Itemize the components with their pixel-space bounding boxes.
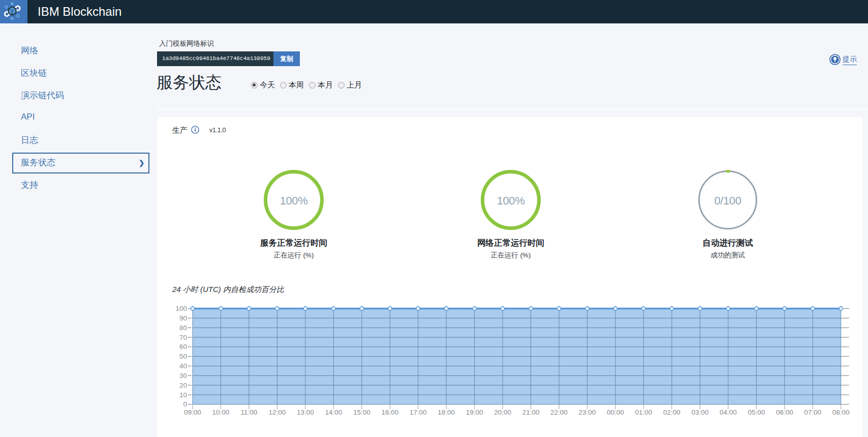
svg-text:12:00: 12:00 <box>269 409 286 416</box>
svg-text:50: 50 <box>179 353 187 360</box>
svg-text:10: 10 <box>179 391 187 399</box>
svg-text:03:00: 03:00 <box>692 409 709 416</box>
svg-text:10:00: 10:00 <box>212 409 230 416</box>
svg-text:00:00: 00:00 <box>607 409 624 416</box>
svg-text:14:00: 14:00 <box>325 409 342 416</box>
svg-text:40: 40 <box>179 362 187 370</box>
svg-text:0: 0 <box>183 400 187 408</box>
svg-text:60: 60 <box>179 343 187 351</box>
svg-text:22:00: 22:00 <box>550 409 568 416</box>
svg-text:80: 80 <box>179 324 187 332</box>
svg-text:19:00: 19:00 <box>466 409 483 416</box>
svg-text:09:00: 09:00 <box>184 409 201 416</box>
svg-text:20: 20 <box>179 382 187 389</box>
svg-text:17:00: 17:00 <box>410 409 427 416</box>
svg-text:21:00: 21:00 <box>522 409 540 416</box>
svg-text:20:00: 20:00 <box>494 409 511 416</box>
svg-text:07:00: 07:00 <box>804 409 821 416</box>
svg-text:05:00: 05:00 <box>748 409 765 416</box>
svg-text:11:00: 11:00 <box>241 409 258 416</box>
svg-text:06:00: 06:00 <box>776 409 793 416</box>
svg-text:30: 30 <box>179 372 187 380</box>
svg-text:04:00: 04:00 <box>720 409 737 416</box>
svg-text:15:00: 15:00 <box>353 409 370 416</box>
svg-text:13:00: 13:00 <box>297 409 314 416</box>
svg-text:100: 100 <box>175 305 187 312</box>
svg-text:70: 70 <box>179 334 187 341</box>
svg-text:02:00: 02:00 <box>663 409 680 416</box>
svg-text:90: 90 <box>179 314 187 322</box>
svg-text:18:00: 18:00 <box>438 409 455 416</box>
svg-text:01:00: 01:00 <box>635 409 653 416</box>
svg-text:08:00: 08:00 <box>832 409 850 416</box>
svg-text:16:00: 16:00 <box>381 409 398 416</box>
svg-text:23:00: 23:00 <box>579 409 596 416</box>
